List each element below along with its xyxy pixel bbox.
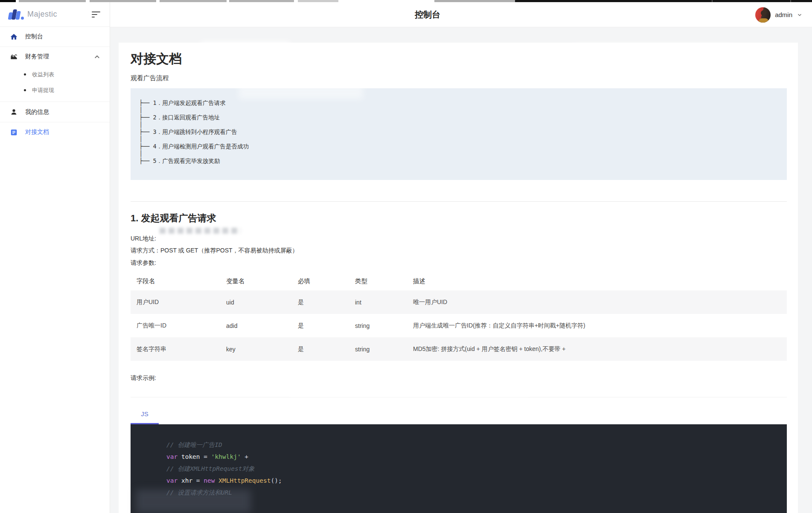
code-line: // 创建唯一广告ID <box>166 439 774 451</box>
browser-strip <box>0 0 812 2</box>
sidebar-item-profile[interactable]: 我的信息 <box>0 102 110 122</box>
table-cell: 是 <box>292 345 349 353</box>
column-header: 描述 <box>407 277 787 285</box>
user-icon <box>10 108 18 116</box>
sidebar-subitem-label: 收益列表 <box>32 71 54 78</box>
main-area: 对接文档 观看广告流程 ├── 1．用户端发起观看广告请求 │ ├── 2．接口… <box>110 27 812 513</box>
section-divider <box>131 201 787 202</box>
brand-name: Majestic <box>27 10 92 19</box>
method-line: 请求方式：POST 或 GET（推荐POST，不容易被劫持或屏蔽） <box>131 247 787 254</box>
params-label: 请求参数: <box>131 259 787 267</box>
url-label: URL地址: <box>131 235 787 242</box>
top-header: 控制台 admin <box>110 2 812 27</box>
table-body: 用户UIDuid是int唯一用户UID广告唯一IDadid是string用户端生… <box>131 290 787 361</box>
document-icon <box>10 128 18 136</box>
params-table: 字段名变量名必填类型描述 用户UIDuid是int唯一用户UID广告唯一IDad… <box>131 272 787 361</box>
code-token: 'khwlkj' <box>211 453 241 460</box>
code-block: // 创建唯一广告IDvar token = 'khwlkj' +// 创建XM… <box>131 424 787 513</box>
table-cell: 广告唯一ID <box>131 322 220 330</box>
content-card: 对接文档 观看广告流程 ├── 1．用户端发起观看广告请求 │ ├── 2．接口… <box>119 43 798 513</box>
sidebar-logo-row: Majestic <box>0 2 110 27</box>
code-token: var <box>166 453 181 460</box>
code-token: XMLHttpRequest <box>218 477 271 484</box>
code-token: xhr <box>181 477 192 484</box>
sidebar-item-finance[interactable]: 财务管理 <box>0 47 110 67</box>
flow-tree: ├── 1．用户端发起观看广告请求 │ ├── 2．接口返回观看广告地址 │ ├… <box>139 99 787 165</box>
sidebar-subitem-label: 申请提现 <box>32 87 54 94</box>
finance-chart-icon <box>10 53 18 61</box>
brand-logo-icon <box>8 8 24 21</box>
table-cell: key <box>220 346 292 353</box>
table-cell: uid <box>220 299 292 306</box>
code-token: + <box>241 453 248 460</box>
table-cell: MD5加密: 拼接方式(uid + 用户签名密钥 + token),不要带 + <box>407 345 787 353</box>
avatar[interactable] <box>755 7 771 23</box>
code-tab-bar: JS <box>131 397 787 424</box>
table-cell: 用户端生成唯一广告ID(推荐：自定义自字符串+时间戳+随机字符) <box>407 322 787 330</box>
tab-js[interactable]: JS <box>131 404 159 424</box>
column-header: 字段名 <box>131 277 220 285</box>
doc-title: 对接文档 <box>131 43 787 67</box>
chevron-up-icon <box>93 53 101 61</box>
code-line: var token = 'khwlkj' + <box>166 451 774 463</box>
code-token: token <box>181 453 200 460</box>
page-title: 控制台 <box>415 2 440 27</box>
bullet-icon <box>24 89 26 91</box>
table-cell: adid <box>220 322 292 329</box>
user-menu[interactable]: admin <box>755 2 803 27</box>
code-example: JS // 创建唯一广告IDvar token = 'khwlkj' +// 创… <box>131 397 787 513</box>
table-cell: 是 <box>292 299 349 306</box>
column-header: 必填 <box>292 277 349 285</box>
code-token: new <box>204 477 218 484</box>
code-line: // 设置请求方法和URL <box>166 487 774 499</box>
code-token: // 创建唯一广告ID <box>166 441 222 448</box>
section-heading: 1. 发起观看广告请求 <box>131 212 787 225</box>
table-cell: 唯一用户UID <box>407 299 787 306</box>
table-cell: string <box>349 322 407 329</box>
sidebar-item-withdraw[interactable]: 申请提现 <box>0 82 110 98</box>
code-token: // 创建XMLHttpRequest对象 <box>166 465 254 472</box>
code-token: var <box>166 477 181 484</box>
chevron-down-icon <box>797 12 803 18</box>
sidebar-item-earnings[interactable]: 收益列表 <box>0 67 110 82</box>
table-cell: 是 <box>292 322 349 330</box>
code-line: // 创建XMLHttpRequest对象 <box>166 463 774 475</box>
table-row: 用户UIDuid是int唯一用户UID <box>131 290 787 314</box>
table-cell: int <box>349 299 407 306</box>
code-token: (); <box>271 477 282 484</box>
sidebar-item-label: 财务管理 <box>25 53 93 61</box>
example-label: 请求示例: <box>131 374 787 382</box>
table-cell: 用户UID <box>131 299 220 306</box>
flow-diagram: ├── 1．用户端发起观看广告请求 │ ├── 2．接口返回观看广告地址 │ ├… <box>131 88 787 180</box>
home-icon <box>10 33 18 41</box>
sidebar-item-console[interactable]: 控制台 <box>0 27 110 47</box>
username: admin <box>775 11 792 18</box>
sidebar-item-label: 控制台 <box>25 33 101 41</box>
sidebar-item-label: 我的信息 <box>25 108 101 116</box>
sidebar-collapse-icon[interactable] <box>92 12 101 17</box>
table-cell: string <box>349 346 407 353</box>
table-row: 签名字符串key是stringMD5加密: 拼接方式(uid + 用户签名密钥 … <box>131 337 787 361</box>
column-header: 类型 <box>349 277 407 285</box>
column-header: 变量名 <box>220 277 292 285</box>
sidebar: Majestic 控制台 财务管理 收益列表 申请提现 <box>0 2 110 513</box>
code-token: // 设置请求方法和URL <box>166 489 232 496</box>
table-header-row: 字段名变量名必填类型描述 <box>131 272 787 290</box>
sidebar-group-finance: 财务管理 收益列表 申请提现 <box>0 47 110 102</box>
sidebar-item-label: 对接文档 <box>25 128 101 136</box>
code-line: var xhr = new XMLHttpRequest(); <box>166 475 774 487</box>
table-cell: 签名字符串 <box>131 345 220 353</box>
sidebar-item-docs[interactable]: 对接文档 <box>0 122 110 142</box>
flow-label: 观看广告流程 <box>131 74 787 82</box>
bullet-icon <box>24 73 26 75</box>
code-token: = <box>200 453 211 460</box>
code-token: = <box>192 477 204 484</box>
table-row: 广告唯一IDadid是string用户端生成唯一广告ID(推荐：自定义自字符串+… <box>131 314 787 337</box>
